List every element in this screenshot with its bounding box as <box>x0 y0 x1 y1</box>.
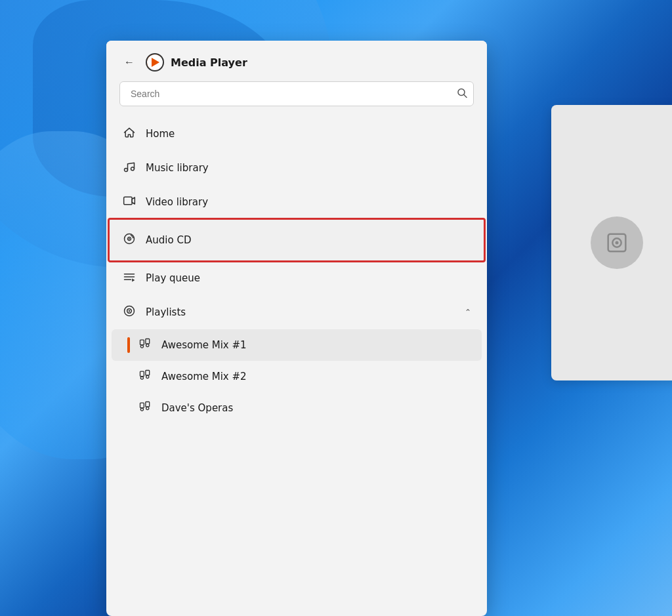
audio-cd-icon <box>122 232 136 248</box>
svg-point-25 <box>146 375 149 378</box>
playlist-daves-operas-label: Dave's Operas <box>161 402 471 414</box>
svg-point-28 <box>140 408 143 411</box>
svg-rect-26 <box>140 403 144 408</box>
app-title: Media Player <box>171 56 247 69</box>
nav-list: Home Music library Video library <box>106 117 487 329</box>
svg-line-4 <box>464 95 467 98</box>
home-label: Home <box>146 128 471 140</box>
svg-rect-22 <box>140 371 144 377</box>
search-input[interactable] <box>119 81 474 106</box>
playlists-icon <box>122 304 136 320</box>
home-icon <box>122 126 136 142</box>
svg-point-24 <box>140 377 143 379</box>
nav-item-music-library[interactable]: Music library <box>112 151 482 185</box>
right-panel-icon <box>591 216 643 269</box>
search-bar <box>119 81 474 106</box>
playlist-music-icon-2 <box>138 369 152 384</box>
back-button[interactable]: ← <box>119 52 139 72</box>
svg-point-6 <box>131 167 135 171</box>
svg-point-5 <box>125 169 128 172</box>
svg-point-29 <box>146 407 149 409</box>
playlist-awesome-mix-2-label: Awesome Mix #2 <box>161 371 471 382</box>
svg-rect-23 <box>146 371 150 376</box>
video-icon <box>122 194 136 210</box>
nav-item-video-library[interactable]: Video library <box>112 185 482 219</box>
svg-point-10 <box>129 238 130 239</box>
nav-item-play-queue[interactable]: Play queue <box>112 261 482 295</box>
music-library-label: Music library <box>146 162 471 174</box>
svg-rect-18 <box>140 340 144 345</box>
svg-point-2 <box>616 241 619 245</box>
playlist-list: Awesome Mix #1 Awesome Mix #2 <box>106 329 487 424</box>
playlist-item-awesome-mix-2[interactable]: Awesome Mix #2 <box>112 361 482 392</box>
app-icon <box>146 53 164 72</box>
play-queue-icon <box>122 270 136 286</box>
playlist-accent <box>127 337 130 353</box>
playlist-music-icon-3 <box>138 400 152 416</box>
playlist-music-icon-1 <box>138 337 152 353</box>
playlist-item-awesome-mix-1[interactable]: Awesome Mix #1 <box>112 329 482 361</box>
playlists-chevron-icon: ⌃ <box>465 308 471 317</box>
playlist-awesome-mix-1-label: Awesome Mix #1 <box>161 339 471 351</box>
search-icon <box>457 88 467 100</box>
video-library-label: Video library <box>146 196 471 208</box>
media-player-window: ← Media Player <box>106 41 487 616</box>
svg-point-21 <box>146 344 149 346</box>
title-bar: ← Media Player <box>106 41 487 81</box>
svg-marker-14 <box>132 279 135 282</box>
svg-rect-19 <box>146 339 150 344</box>
nav-item-audio-cd[interactable]: Audio CD <box>109 219 484 261</box>
svg-rect-7 <box>124 197 133 205</box>
svg-rect-27 <box>146 402 150 407</box>
play-icon <box>152 58 159 67</box>
nav-item-home[interactable]: Home <box>112 117 482 151</box>
play-queue-label: Play queue <box>146 272 471 284</box>
playlists-label: Playlists <box>146 306 455 318</box>
audio-cd-label: Audio CD <box>146 234 471 246</box>
search-button[interactable] <box>457 88 467 100</box>
music-icon <box>122 160 136 176</box>
playlist-item-daves-operas[interactable]: Dave's Operas <box>112 392 482 424</box>
nav-item-playlists[interactable]: Playlists ⌃ <box>112 295 482 329</box>
back-icon: ← <box>124 56 135 68</box>
svg-point-20 <box>140 345 143 348</box>
right-panel <box>551 105 672 380</box>
svg-point-17 <box>129 310 131 312</box>
